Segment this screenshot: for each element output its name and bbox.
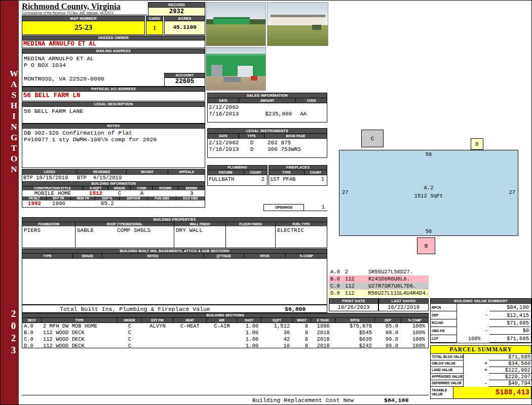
property-photo-3[interactable] bbox=[206, 47, 266, 91]
sales-row: 2/12/2002 bbox=[208, 104, 327, 111]
notes-line-2: P#10977 1 sty DWMH-100\% comp for 2020 bbox=[24, 136, 157, 143]
cell-shgt: 1.00 bbox=[237, 336, 261, 343]
builtins-empty-area bbox=[22, 259, 327, 304]
vs-name: RPCN bbox=[431, 304, 457, 311]
cell-grade: C bbox=[118, 336, 142, 343]
hdr-sec: SEC# bbox=[22, 318, 42, 322]
instrument-type: D bbox=[239, 140, 264, 146]
acres-value: 45.1100 bbox=[165, 21, 205, 34]
hdr-dep: DEP % bbox=[95, 196, 120, 200]
ps-op: + bbox=[483, 367, 489, 374]
plumbing-row: FULLBATH 2 bbox=[208, 176, 267, 183]
legend-sec: A.0 bbox=[329, 268, 345, 275]
sale-amount bbox=[239, 104, 296, 111]
hdr-funobs: FUN OBS bbox=[148, 196, 176, 200]
cell-dep: 99.0 bbox=[375, 336, 401, 343]
vs-pct bbox=[457, 311, 483, 319]
photo-white-section bbox=[238, 66, 253, 77]
parcel-row-obldg: OBLDG VALUE + $34,560 bbox=[430, 360, 531, 367]
sketch-area-sqft: 1512 SqFt bbox=[339, 193, 518, 199]
hdr-builtin-qty: QTY/SIZE bbox=[204, 254, 244, 258]
hdr-floor-finish: FLOOR FINISH bbox=[226, 222, 276, 226]
cell-extfin bbox=[142, 336, 173, 343]
hdr-remyr: REM YR bbox=[71, 196, 95, 200]
building-properties-label: BUILDING PROPERTIES bbox=[22, 218, 327, 222]
bdrms-value: 3 bbox=[178, 190, 205, 196]
cell-grade: C bbox=[118, 330, 142, 336]
building-info-label: BUILDING INFORMATION bbox=[22, 182, 205, 186]
hdr-sqft: SQFT bbox=[261, 318, 293, 322]
legend-vector: U27R7SR7U6L7D6. bbox=[368, 282, 429, 290]
cell-sqft: 16 bbox=[261, 343, 293, 349]
mailing-line-2: P O BOX 1034 bbox=[24, 62, 66, 68]
builtins-total-value: $6,800 bbox=[285, 306, 306, 312]
ps-name: TOTAL BLDG VALUE bbox=[430, 354, 464, 360]
legend-vector: R24SD6R6U6L6. bbox=[368, 275, 429, 282]
cell-sec: B.0 bbox=[22, 330, 42, 336]
card-box: CARD 1 bbox=[146, 16, 163, 35]
hdr-comp: % COMP bbox=[401, 318, 428, 322]
plumbing-count: 2 bbox=[244, 176, 267, 183]
hdr-builtin-rpcn: RPCN bbox=[244, 254, 286, 258]
roof-value: GABLECOMP SHGLS bbox=[75, 226, 174, 248]
county-subtitle: Commissioner of the Revenue, PO Box 366,… bbox=[22, 11, 147, 15]
yrblt-value: 1992 bbox=[22, 200, 47, 207]
physical-address-box: PHYSICAL 911 ADDRESS 56 BELL FARM LN bbox=[22, 87, 205, 101]
ecoobs-value bbox=[176, 200, 205, 207]
legend-code: 112 bbox=[345, 275, 368, 282]
footer-label: Building Replacement Cost New bbox=[252, 397, 354, 403]
property-photo-1[interactable] bbox=[206, 2, 266, 46]
hdr-foundation: FOUNDATION bbox=[22, 222, 75, 226]
hdr-depovr: DEPOVR bbox=[120, 196, 148, 200]
hdr-yrblt: YR BLT bbox=[22, 196, 47, 200]
vs-value: $84,100 bbox=[489, 304, 530, 311]
value-summary-row-lcf: LCF 100% $71,685 bbox=[431, 335, 531, 343]
value-summary-row-dep: DEP - $12,415 bbox=[431, 311, 531, 319]
cell-whgt: 8 bbox=[293, 330, 311, 336]
sale-amount: $235,000 bbox=[239, 111, 296, 117]
legend-sec: B.0 bbox=[329, 275, 345, 282]
review-box: LISTED REVIEWED REVISIT APPEALS BTP 10/1… bbox=[22, 169, 205, 182]
legal-description-value: 56 BELL FARM LANE bbox=[22, 107, 205, 123]
card-value: 1 bbox=[146, 21, 163, 34]
sales-info-label: SALES INFORMATION bbox=[208, 93, 327, 98]
hdr-whgt: WHGT bbox=[293, 318, 311, 322]
effyr-value: 1996 bbox=[47, 200, 71, 207]
sketch-legend: A.0 2 SR56U27L56D27. B.0 112 R24SD6R6U6L… bbox=[329, 268, 429, 297]
vs-name: LCF bbox=[431, 335, 457, 343]
instrument-row: 2/12/2002 D 202 875 bbox=[208, 140, 327, 146]
roof-type-value: GABLE bbox=[77, 227, 94, 233]
ps-value: $229,207 bbox=[489, 374, 531, 380]
sketch-area-label: A.2 bbox=[339, 185, 518, 191]
fireplace-row: 1ST PFAB 1 bbox=[269, 176, 327, 183]
instrument-bookpage: 300 753WRS bbox=[264, 146, 327, 153]
ps-op: + bbox=[483, 360, 489, 367]
listed-value: BTP 10/15/2019 bbox=[22, 175, 77, 181]
sketch-section-b: B bbox=[417, 237, 435, 254]
roof-material-value: COMP SHGLS bbox=[117, 227, 150, 233]
cell-eyear: 2018 bbox=[311, 330, 335, 336]
cell-type: 112 WOOD DECK bbox=[42, 343, 118, 349]
print-date-label: PRINT DATE bbox=[329, 299, 378, 304]
parcel-summary: PARCEL SUMMARY TOTAL BLDG VALUE $71,685 … bbox=[430, 345, 531, 399]
parcel-row-deferred: DEFERRED VALUE - $40,794 bbox=[430, 380, 531, 387]
ps-spacer bbox=[464, 374, 483, 380]
property-photo-2[interactable] bbox=[267, 2, 328, 46]
rooms-value bbox=[153, 190, 178, 196]
last-saved-box: LAST SAVED 10/22/2019 bbox=[378, 298, 429, 311]
cell-comp: 100% bbox=[401, 323, 428, 330]
floor-finish-value bbox=[226, 226, 276, 248]
fireplace-header-type: TYPE bbox=[269, 170, 305, 175]
cell-rpcn: $635 bbox=[335, 336, 375, 343]
instrument-header-type: TYPE bbox=[239, 134, 264, 138]
ps-value: $71,685 bbox=[489, 354, 531, 360]
deeded-owner-box: DEEDED OWNER MEDINA ARNULFO ET AL bbox=[22, 35, 205, 48]
sale-date: 7/16/2013 bbox=[208, 111, 239, 117]
sale-date: 2/12/2002 bbox=[208, 104, 239, 111]
section-row-c: C.0 112 WOOD DECK C 1.00 42 8 2018 $635 … bbox=[22, 336, 428, 343]
dep-value: 85.2 bbox=[95, 200, 120, 207]
section-row-a: A.0 2 MFH DW MOB HOME C ALVYN C-HEAT C-A… bbox=[22, 323, 428, 330]
hdr-construction-style: CONSTRUCTION STYLE bbox=[22, 186, 83, 190]
cell-heat bbox=[173, 343, 207, 349]
fireplaces-label: FIREPLACES bbox=[269, 166, 327, 170]
